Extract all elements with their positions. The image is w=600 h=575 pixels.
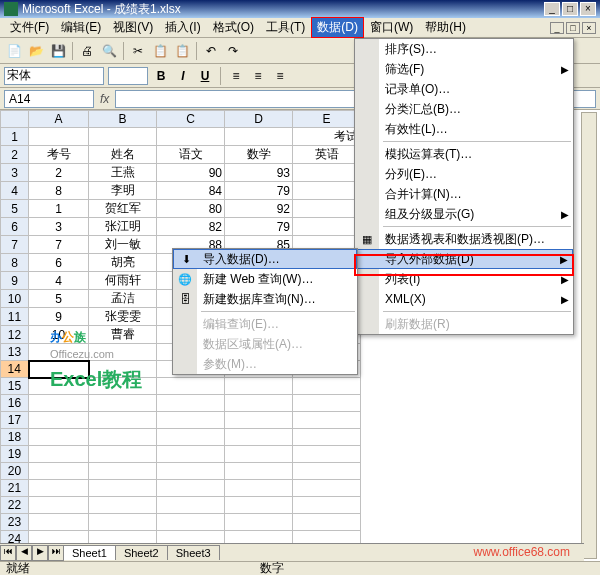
menu-format[interactable]: 格式(O): [207, 17, 260, 38]
row-header[interactable]: 10: [1, 290, 29, 308]
tab-nav-last[interactable]: ⏭: [48, 545, 64, 561]
cell[interactable]: 何雨轩: [89, 272, 157, 290]
menu-file[interactable]: 文件(F): [4, 17, 55, 38]
row-header[interactable]: 21: [1, 480, 29, 497]
menu-sort[interactable]: 排序(S)…: [355, 39, 573, 59]
row-header[interactable]: 22: [1, 497, 29, 514]
col-header-c[interactable]: C: [157, 111, 225, 128]
submenu-new-web-query[interactable]: 🌐新建 Web 查询(W)…: [173, 269, 357, 289]
menu-window[interactable]: 窗口(W): [364, 17, 419, 38]
menu-data[interactable]: 数据(D): [311, 17, 364, 38]
mdi-restore[interactable]: □: [566, 22, 580, 34]
col-header-a[interactable]: A: [29, 111, 89, 128]
name-box[interactable]: A14: [4, 90, 94, 108]
open-icon[interactable]: 📂: [26, 41, 46, 61]
menu-edit[interactable]: 编辑(E): [55, 17, 107, 38]
row-header[interactable]: 9: [1, 272, 29, 290]
underline-icon[interactable]: U: [196, 67, 214, 85]
select-all-corner[interactable]: [1, 111, 29, 128]
menu-pivot[interactable]: ▦数据透视表和数据透视图(P)…: [355, 229, 573, 249]
cell[interactable]: 姓名: [89, 146, 157, 164]
tab-nav-prev[interactable]: ◀: [16, 545, 32, 561]
tab-nav-next[interactable]: ▶: [32, 545, 48, 561]
cell[interactable]: 84: [157, 182, 225, 200]
cell[interactable]: 王燕: [89, 164, 157, 182]
cell[interactable]: 胡亮: [89, 254, 157, 272]
menu-xml[interactable]: XML(X)▶: [355, 289, 573, 309]
cell[interactable]: 93: [225, 164, 293, 182]
cell[interactable]: 90: [157, 164, 225, 182]
row-header[interactable]: 7: [1, 236, 29, 254]
menu-insert[interactable]: 插入(I): [159, 17, 206, 38]
submenu-new-db-query[interactable]: 🗄新建数据库查询(N)…: [173, 289, 357, 309]
menu-consolidate[interactable]: 合并计算(N)…: [355, 184, 573, 204]
cell[interactable]: 贺红军: [89, 200, 157, 218]
cell[interactable]: 3: [29, 218, 89, 236]
row-header[interactable]: 6: [1, 218, 29, 236]
col-header-e[interactable]: E: [293, 111, 361, 128]
cell[interactable]: 数学: [225, 146, 293, 164]
cell[interactable]: 4: [29, 272, 89, 290]
undo-icon[interactable]: ↶: [201, 41, 221, 61]
menu-filter[interactable]: 筛选(F)▶: [355, 59, 573, 79]
align-left-icon[interactable]: ≡: [227, 67, 245, 85]
font-size-select[interactable]: [108, 67, 148, 85]
menu-import-external[interactable]: 导入外部数据(D)▶: [355, 249, 573, 269]
cell[interactable]: 1: [29, 200, 89, 218]
row-header[interactable]: 13: [1, 344, 29, 361]
row-header[interactable]: 8: [1, 254, 29, 272]
cell[interactable]: 孟洁: [89, 290, 157, 308]
sheet-tab-2[interactable]: Sheet2: [115, 545, 168, 560]
menu-list[interactable]: 列表(I)▶: [355, 269, 573, 289]
mdi-close[interactable]: ×: [582, 22, 596, 34]
cell[interactable]: 7: [29, 236, 89, 254]
cell[interactable]: 李明: [89, 182, 157, 200]
row-header[interactable]: 4: [1, 182, 29, 200]
row-header[interactable]: 3: [1, 164, 29, 182]
cell[interactable]: 张江明: [89, 218, 157, 236]
cell[interactable]: 考号: [29, 146, 89, 164]
row-header[interactable]: 16: [1, 395, 29, 412]
cell[interactable]: 6: [29, 254, 89, 272]
minimize-button[interactable]: _: [544, 2, 560, 16]
cell[interactable]: 2: [29, 164, 89, 182]
close-button[interactable]: ×: [580, 2, 596, 16]
cell[interactable]: 92: [225, 200, 293, 218]
maximize-button[interactable]: □: [562, 2, 578, 16]
row-header[interactable]: 15: [1, 378, 29, 395]
cell[interactable]: 考试: [293, 128, 361, 146]
cell[interactable]: 5: [29, 290, 89, 308]
cell[interactable]: 79: [225, 218, 293, 236]
print-icon[interactable]: 🖨: [77, 41, 97, 61]
menu-text-to-cols[interactable]: 分列(E)…: [355, 164, 573, 184]
cell[interactable]: 刘一敏: [89, 236, 157, 254]
paste-icon[interactable]: 📋: [172, 41, 192, 61]
sheet-tab-3[interactable]: Sheet3: [167, 545, 220, 560]
row-header[interactable]: 20: [1, 463, 29, 480]
row-header[interactable]: 5: [1, 200, 29, 218]
menu-table[interactable]: 模拟运算表(T)…: [355, 144, 573, 164]
redo-icon[interactable]: ↷: [223, 41, 243, 61]
vertical-scrollbar[interactable]: [581, 112, 597, 559]
font-select[interactable]: 宋体: [4, 67, 104, 85]
row-header[interactable]: 23: [1, 514, 29, 531]
row-header[interactable]: 14: [1, 361, 29, 378]
menu-group[interactable]: 组及分级显示(G)▶: [355, 204, 573, 224]
align-right-icon[interactable]: ≡: [271, 67, 289, 85]
row-header[interactable]: 12: [1, 326, 29, 344]
cell[interactable]: 79: [225, 182, 293, 200]
menu-tools[interactable]: 工具(T): [260, 17, 311, 38]
mdi-minimize[interactable]: _: [550, 22, 564, 34]
cut-icon[interactable]: ✂: [128, 41, 148, 61]
menu-help[interactable]: 帮助(H): [419, 17, 472, 38]
cell[interactable]: 80: [157, 200, 225, 218]
new-icon[interactable]: 📄: [4, 41, 24, 61]
bold-icon[interactable]: B: [152, 67, 170, 85]
row-header[interactable]: 19: [1, 446, 29, 463]
save-icon[interactable]: 💾: [48, 41, 68, 61]
row-header[interactable]: 11: [1, 308, 29, 326]
menu-form[interactable]: 记录单(O)…: [355, 79, 573, 99]
cell[interactable]: 8: [29, 182, 89, 200]
row-header[interactable]: 18: [1, 429, 29, 446]
italic-icon[interactable]: I: [174, 67, 192, 85]
